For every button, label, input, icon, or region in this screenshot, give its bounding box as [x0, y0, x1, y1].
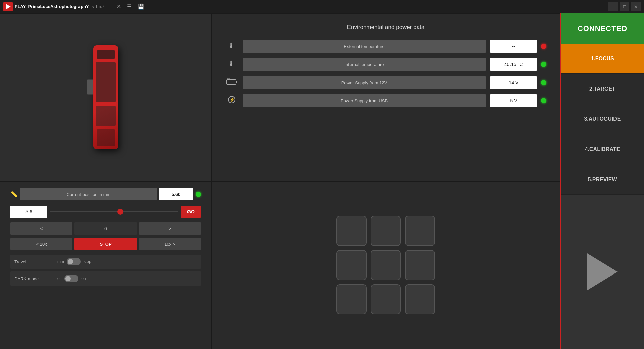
- move-left-button[interactable]: <: [10, 222, 72, 235]
- dark-mode-label: DARK mode: [14, 276, 55, 281]
- title-separator: [110, 3, 110, 10]
- device-body: [93, 45, 118, 149]
- ctrl-buttons-row: < 10x STOP 10x >: [10, 238, 201, 250]
- sidebar-item-target[interactable]: 2.TARGET: [561, 74, 644, 104]
- controls-panel: 📏 Current position in mm 5.60 5.6 GO < 0: [0, 181, 211, 349]
- device-panel: [0, 13, 211, 181]
- move-right-button[interactable]: >: [139, 222, 201, 235]
- svg-text:⚡: ⚡: [229, 97, 235, 103]
- save-icon[interactable]: 💾: [137, 2, 146, 11]
- pwr-12v-row: −+ Power Supply from 12V 14 V: [225, 76, 546, 89]
- position-input[interactable]: 5.6: [10, 206, 47, 218]
- play-area: [561, 195, 644, 349]
- grid-btn-9[interactable]: [405, 284, 435, 314]
- travel-step-label: step: [84, 259, 91, 264]
- device-connector: [87, 80, 93, 95]
- position-row: 📏 Current position in mm 5.60: [10, 188, 201, 200]
- play-logo-icon: [3, 2, 13, 11]
- travel-label: Travel: [14, 259, 55, 264]
- int-temp-value: 40.15 °C: [490, 58, 537, 71]
- pwr-usb-label: Power Supply from USB: [243, 94, 486, 107]
- pwr-usb-icon: ⚡: [225, 95, 238, 106]
- int-temp-label: Internal temperature: [243, 58, 486, 71]
- minimize-button[interactable]: —: [608, 2, 618, 11]
- int-temp-led: [541, 62, 546, 67]
- grid-btn-2[interactable]: [371, 216, 401, 246]
- cursor-icon[interactable]: ✕: [115, 2, 122, 11]
- maximize-button[interactable]: □: [620, 2, 629, 11]
- grid-btn-5[interactable]: [371, 250, 401, 280]
- app-title: PrimaLuceAstrophotographY: [28, 4, 89, 9]
- sensor-title: Environmental and power data: [225, 24, 546, 31]
- main-layout: Environmental and power data 🌡 External …: [0, 13, 644, 349]
- pwr-12v-icon: −+: [225, 77, 238, 88]
- app-name: PLAY: [15, 4, 26, 9]
- grid-btn-1[interactable]: [336, 216, 367, 246]
- position-value: 5.60: [159, 188, 193, 200]
- big-play-icon: [587, 253, 618, 290]
- int-temp-icon: 🌡: [225, 58, 238, 71]
- pwr-usb-led: [541, 98, 546, 103]
- grid-btn-6[interactable]: [405, 250, 435, 280]
- nav-buttons-row: < 0 >: [10, 222, 201, 235]
- app-logo: PLAY PrimaLuceAstrophotographY: [3, 2, 89, 11]
- grid-btn-7[interactable]: [336, 284, 367, 314]
- window-controls: — □ ✕: [608, 2, 641, 11]
- grid-btn-3[interactable]: [405, 216, 435, 246]
- position-label: Current position in mm: [20, 188, 157, 200]
- move-center-button[interactable]: 0: [74, 222, 137, 235]
- sidebar-item-autoguide[interactable]: 3.AUTOGUIDE: [561, 104, 644, 134]
- travel-setting-row: Travel mm step: [10, 255, 201, 269]
- sidebar-item-calibrate[interactable]: 4.CALIBRATE: [561, 134, 644, 164]
- app-version: v 1.5.7: [92, 4, 104, 9]
- ext-temp-label: External temperature: [243, 40, 486, 53]
- grid-buttons: [336, 216, 435, 314]
- move-10x-right-button[interactable]: 10x >: [139, 238, 201, 250]
- ext-temp-value: --: [490, 40, 537, 53]
- grid-btn-4[interactable]: [336, 250, 367, 280]
- ext-temp-led: [541, 44, 546, 49]
- go-button[interactable]: GO: [181, 206, 201, 218]
- sidebar-item-focus[interactable]: 1.FOCUS: [561, 44, 644, 74]
- input-slider-row: 5.6 GO: [10, 206, 201, 218]
- content-area: Environmental and power data 🌡 External …: [0, 13, 560, 349]
- pwr-12v-value: 14 V: [490, 76, 537, 89]
- pwr-12v-led: [541, 80, 546, 85]
- pwr-usb-row: ⚡ Power Supply from USB 5 V: [225, 94, 546, 107]
- ruler-icon: 📏: [10, 191, 18, 198]
- ext-temp-row: 🌡 External temperature --: [225, 40, 546, 53]
- slider-thumb[interactable]: [117, 209, 123, 215]
- stop-button[interactable]: STOP: [74, 238, 137, 250]
- svg-text:🌡: 🌡: [228, 41, 235, 50]
- grid-panel: [211, 181, 560, 349]
- dark-off-label: off: [57, 276, 62, 281]
- svg-rect-5: [236, 81, 237, 83]
- position-slider-container: [50, 206, 178, 218]
- pwr-usb-value: 5 V: [490, 94, 537, 107]
- connected-status: CONNECTED: [561, 13, 644, 44]
- move-10x-left-button[interactable]: < 10x: [10, 238, 72, 250]
- position-led: [196, 192, 201, 197]
- travel-toggle[interactable]: [67, 258, 81, 265]
- pwr-12v-label: Power Supply from 12V: [243, 76, 486, 89]
- settings-icon[interactable]: ☰: [126, 2, 133, 11]
- titlebar: PLAY PrimaLuceAstrophotographY v 1.5.7 ✕…: [0, 0, 644, 13]
- ext-temp-icon: 🌡: [225, 40, 238, 53]
- close-button[interactable]: ✕: [631, 2, 641, 11]
- dark-on-label: on: [81, 276, 86, 281]
- sensor-panel: Environmental and power data 🌡 External …: [211, 13, 560, 181]
- sidebar: CONNECTED 1.FOCUS 2.TARGET 3.AUTOGUIDE 4…: [560, 13, 644, 349]
- slider-track[interactable]: [50, 211, 178, 212]
- travel-mm-label: mm: [57, 259, 64, 264]
- sidebar-item-preview[interactable]: 5.PREVIEW: [561, 164, 644, 195]
- svg-text:🌡: 🌡: [228, 59, 235, 68]
- grid-btn-8[interactable]: [371, 284, 401, 314]
- dark-mode-row: DARK mode off on: [10, 271, 201, 286]
- int-temp-row: 🌡 Internal temperature 40.15 °C: [225, 58, 546, 71]
- dark-mode-toggle[interactable]: [64, 275, 78, 282]
- svg-text:−+: −+: [227, 77, 230, 80]
